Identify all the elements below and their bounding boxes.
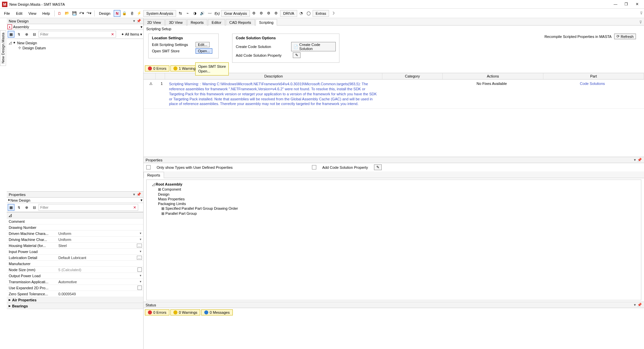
menu-file[interactable]: File [1, 10, 13, 17]
menu-help[interactable]: Help [40, 10, 53, 17]
clear-filter-icon[interactable]: ✕ [111, 32, 114, 37]
assembly-type-icon[interactable]: ▸ [7, 24, 12, 29]
edit-scripting-button[interactable]: Edit... [196, 42, 210, 47]
tree-view2-icon[interactable]: ↯ [15, 31, 22, 38]
add-prop-checkbox[interactable] [312, 165, 316, 169]
fx-icon[interactable]: f(x) [214, 10, 220, 17]
assembly-dropdown-icon[interactable]: ▾ [141, 25, 143, 29]
flash-icon[interactable]: ⚡ [136, 10, 143, 17]
tab-cad-reports[interactable]: CAD Reports [226, 19, 255, 26]
tab-scripting[interactable]: Scripting [256, 19, 277, 26]
prop-row[interactable]: Output Power Load▼ [7, 273, 143, 279]
mid-pin-icon[interactable]: 📌 [637, 158, 642, 162]
prop-dropdown-icon[interactable]: ▾ [133, 192, 135, 197]
prop-group-header[interactable]: ▸ Air Properties [7, 297, 143, 303]
prop-row[interactable]: Manufacturer [7, 261, 143, 267]
undo-icon[interactable]: ↶▾ [78, 10, 85, 17]
prop-row[interactable]: Zero Speed Tolerance...0.0009549 [7, 291, 143, 297]
prop-group-header[interactable]: ▸ Bearings [7, 303, 143, 309]
design-n-icon[interactable]: N [114, 10, 120, 17]
prop-context-dd-icon[interactable]: ▾ [141, 198, 143, 202]
pin-icon[interactable]: 📌 [137, 19, 141, 23]
prop-clear-filter-icon[interactable]: ✕ [133, 205, 136, 210]
reports-tree-node[interactable]: ⊞ Specified Parallel Part Group Drawing … [149, 206, 638, 211]
errors-chip[interactable]: 0 Errors [145, 65, 169, 71]
prop-filter-input[interactable] [39, 204, 138, 211]
gear3-icon[interactable]: ⚙ [265, 10, 272, 17]
gear4-icon[interactable]: ⚙ [273, 10, 279, 17]
assembly-label[interactable]: Assembly [13, 25, 141, 29]
prop-view3-icon[interactable]: ⊕ [23, 204, 30, 211]
open-store-button[interactable]: Open... [196, 48, 212, 54]
gear2-icon[interactable]: ⚙ [258, 10, 265, 17]
status-messages-chip[interactable]: 0 Messages [201, 309, 232, 315]
tab-2d-view[interactable]: 2D View [144, 19, 165, 26]
driva-button[interactable]: DRIVA [280, 10, 297, 17]
system-analysis-button[interactable]: System Analysis [143, 10, 176, 17]
tool1-icon[interactable]: ⇆ [177, 10, 183, 17]
gear1-icon[interactable]: ⚙ [251, 10, 257, 17]
reports-tree-node[interactable]: Design [149, 192, 638, 197]
create-code-button[interactable]: 📄 Create Code Solution [291, 42, 336, 51]
tab-reports[interactable]: Reports [187, 19, 208, 26]
prop-row[interactable]: Node Size (mm)5 (Calculated) [7, 267, 143, 273]
driva1-icon[interactable]: ◔ [298, 10, 305, 17]
side-tab-design[interactable]: New Design.Masta [0, 30, 6, 66]
prop-row[interactable]: Use Expanded 2D Pro... [7, 285, 143, 291]
open-file-icon[interactable]: 📂 [64, 10, 70, 17]
db-icon[interactable]: 🛢 [128, 10, 135, 17]
tree-view4-icon[interactable]: ⊟ [31, 31, 38, 38]
prop-pin-icon[interactable]: 📌 [137, 192, 141, 197]
reports-tree-node[interactable]: ◿ Root Assembly [149, 182, 638, 187]
expand-icon[interactable]: ◿ [9, 213, 11, 217]
extras-button[interactable]: Extras [313, 10, 329, 17]
reports-tree-node[interactable]: Mass Properties [149, 197, 638, 201]
refresh-button[interactable]: ⟳ Refresh [614, 34, 636, 39]
close-button[interactable]: ✕ [635, 2, 639, 6]
prop-view4-icon[interactable]: ⊟ [31, 204, 38, 211]
tool3-icon[interactable]: ◑ [192, 10, 198, 17]
prop-row[interactable]: Driven Machine Chara...Uniform▼ [7, 231, 143, 237]
tab-3d-view[interactable]: 3D View [165, 19, 186, 26]
driva2-icon[interactable]: ◯ [305, 10, 312, 17]
reports-tree-node[interactable]: ⊞ Component [149, 187, 638, 192]
add-prop-button2[interactable]: ✎ [374, 164, 382, 170]
gear-analysis-button[interactable]: Gear Analysis [221, 10, 250, 17]
warnings-chip[interactable]: 1 Warning [170, 65, 199, 71]
tab-editor[interactable]: Editor [208, 19, 225, 26]
reports-tree-node[interactable]: ⊞ Parallel Part Group [149, 211, 638, 216]
tool4-icon[interactable]: 🔊 [199, 10, 206, 17]
status-errors-chip[interactable]: 0 Errors [145, 309, 169, 315]
prop-row[interactable]: Input Power Load▼ [7, 249, 143, 255]
toolbar-overflow-icon[interactable]: ⊽ [640, 11, 643, 15]
tree-root-node[interactable]: ◿✦New Design [9, 40, 141, 45]
redo-icon[interactable]: ↷▾ [86, 10, 93, 17]
only-show-checkbox[interactable] [146, 165, 151, 169]
tool2-icon[interactable]: ⌁ [184, 10, 191, 17]
tree-filter-input[interactable] [39, 31, 116, 38]
prop-row[interactable]: Lubrication DetailDefault Lubricant… [7, 255, 143, 261]
prop-row[interactable]: Drawing Number [7, 225, 143, 231]
code-solutions-link[interactable]: Code Solutions [580, 82, 605, 86]
status-pin-icon[interactable]: 📌 [637, 303, 642, 307]
dropdown-icon[interactable]: ▾ [133, 19, 135, 23]
warning-row[interactable]: ⚠ 1 Scripting Warning: : Warning C:\Wind… [144, 80, 644, 109]
reports-tab[interactable]: Reports [144, 172, 164, 178]
reports-tree-node[interactable]: Packaging Limits [149, 201, 638, 206]
menu-edit[interactable]: Edit [13, 10, 25, 17]
tree-view3-icon[interactable]: ⊕ [23, 31, 30, 38]
status-dd-icon[interactable]: ▾ [634, 303, 636, 307]
new-file-icon[interactable]: 🗋 [56, 10, 63, 17]
prop-view2-icon[interactable]: ↯ [15, 204, 22, 211]
prop-view1-icon[interactable]: ▦ [8, 204, 14, 211]
tree-child-node[interactable]: ⊹Design Datum [9, 45, 141, 50]
minimize-button[interactable]: — [613, 2, 618, 6]
menu-design[interactable]: Design [96, 10, 113, 17]
add-code-prop-button[interactable]: ✎ [293, 52, 301, 58]
prop-row[interactable]: Driving Machine Char...Uniform▼ [7, 237, 143, 243]
tab-overflow-icon[interactable]: ⊽ [637, 19, 644, 25]
all-items-dropdown[interactable]: ✦ All Items ▾ [121, 32, 142, 37]
maximize-button[interactable]: ❐ [624, 2, 629, 6]
prop-row[interactable]: Transmission Applicati...Automotive▼ [7, 279, 143, 285]
tree-view1-icon[interactable]: ▦ [8, 31, 14, 38]
